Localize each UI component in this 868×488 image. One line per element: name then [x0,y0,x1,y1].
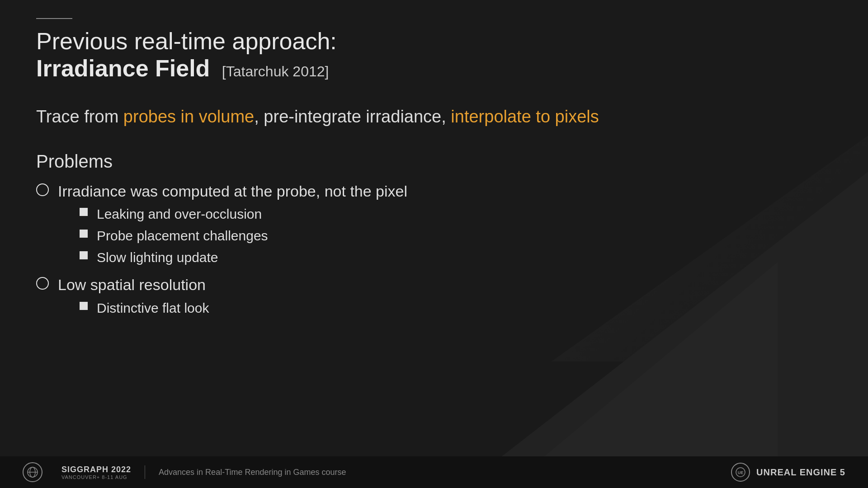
list-item: Distinctive flat look [80,299,209,318]
problem-item-2-wrapper: Low spatial resolution Distinctive flat … [58,274,209,320]
problem-item-2-label: Low spatial resolution [58,276,206,293]
description-line: Trace from probes in volume, pre-integra… [36,105,832,129]
problems-title: Problems [36,151,832,172]
ue5-logo-circle: UE [731,463,750,482]
list-item: Leaking and over-occlusion [80,205,407,224]
circle-bullet-icon [36,183,49,196]
top-decorative-line [36,18,72,19]
svg-text:UE: UE [738,470,744,475]
circle-bullet-icon [36,277,49,290]
sub-item-leaking: Leaking and over-occlusion [97,205,262,224]
desc-highlight1: probes in volume [123,107,254,126]
sub-list-2: Distinctive flat look [80,299,209,318]
square-bullet-icon [80,208,88,216]
square-bullet-icon [80,251,88,259]
sub-item-flat-look: Distinctive flat look [97,299,209,318]
sub-item-probe-placement: Probe placement challenges [97,226,268,245]
list-item: Low spatial resolution Distinctive flat … [36,274,832,320]
desc-prefix: Trace from [36,107,123,126]
title-bold: Irradiance Field [36,55,210,81]
ue5-logo-svg: UE [735,467,746,478]
title-ref: [Tatarchuk 2012] [222,63,329,80]
title-line1: Previous real-time approach: [36,28,337,54]
ue5-text: UNREAL ENGINE 5 [756,467,845,478]
ue5-branding: UE UNREAL ENGINE 5 [731,463,845,482]
desc-middle: , pre-integrate irradiance, [254,107,451,126]
square-bullet-icon [80,302,88,310]
footer-divider [145,465,145,479]
problems-section: Problems Irradiance was computed at the … [36,151,832,320]
footer-course-text: Advances in Real-Time Rendering in Games… [159,468,346,477]
siggraph-logo-circle [23,462,42,482]
sub-item-slow-lighting: Slow lighting update [97,248,218,267]
siggraph-title: SIGGRAPH 2022 [61,465,131,474]
list-item: Slow lighting update [80,248,407,267]
square-bullet-icon [80,230,88,238]
footer: SIGGRAPH 2022 VANCOUVER+ 8-11 AUG Advanc… [0,456,868,488]
desc-highlight2: interpolate to pixels [451,107,599,126]
siggraph-info: SIGGRAPH 2022 VANCOUVER+ 8-11 AUG [61,465,131,480]
siggraph-logo-svg [26,466,39,479]
slide-title: Previous real-time approach: Irradiance … [36,28,832,82]
problem-item-1-label: Irradiance was computed at the probe, no… [58,183,407,200]
main-content: Previous real-time approach: Irradiance … [0,0,868,320]
list-item: Probe placement challenges [80,226,407,245]
list-item: Irradiance was computed at the probe, no… [36,181,832,270]
problems-list: Irradiance was computed at the probe, no… [36,181,832,320]
sub-list-1: Leaking and over-occlusion Probe placeme… [80,205,407,267]
problem-item-1-wrapper: Irradiance was computed at the probe, no… [58,181,407,270]
siggraph-logo [23,462,48,482]
siggraph-subtitle: VANCOUVER+ 8-11 AUG [61,474,131,480]
